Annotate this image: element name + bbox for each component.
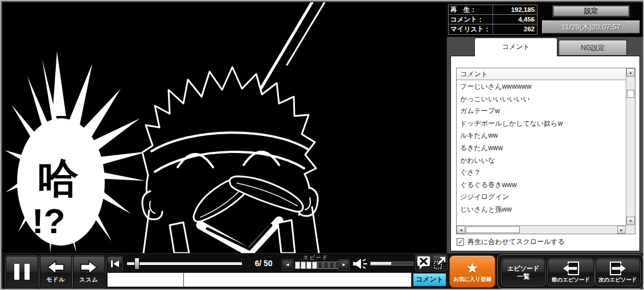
player-window: 哈 !? (0, 0, 644, 290)
episode-panel: エピソード 一覧 前のエピソード 次のエピソード (497, 254, 643, 289)
speaker-icon (352, 257, 369, 271)
comment-row[interactable]: ルキたんww (457, 130, 625, 142)
episode-list-button[interactable]: エピソード 一覧 (502, 259, 545, 285)
back-button[interactable]: モドル (40, 256, 72, 288)
comment-off-icon (417, 256, 430, 270)
burst-text-top: 哈 (38, 155, 79, 201)
autoscroll-label: 再生に合わせてスクロールする (467, 237, 565, 247)
burst-text-bottom: !? (32, 201, 65, 241)
comment-row[interactable]: かっこいいいいいいい (457, 93, 625, 106)
tab-ng-settings[interactable]: NG設定 (559, 40, 627, 56)
comments-label: コメント： (449, 15, 484, 24)
horizontal-scroll-thumb[interactable] (466, 226, 520, 233)
autoscroll-row: ✓ 再生に合わせてスクロールする (457, 237, 565, 247)
forward-button-label: ススム (79, 276, 99, 284)
scroll-up-button[interactable]: ▲ (626, 68, 635, 77)
speed-segment (323, 262, 329, 269)
speed-segment (318, 262, 323, 269)
speed-segment (306, 262, 311, 269)
scroll-left-button[interactable]: ◄ (457, 226, 465, 234)
comment-row[interactable]: ドッヂボールしかしてない奴らw (457, 118, 625, 130)
speed-segment (301, 262, 306, 269)
skip-to-start-button[interactable] (107, 256, 122, 271)
episode-list-line2: 一覧 (517, 272, 530, 280)
speed-increase-button[interactable]: ► (339, 260, 349, 270)
seek-thumb[interactable] (134, 258, 140, 270)
comment-submit-button[interactable]: コメント (412, 272, 447, 287)
comments-value: 4,456 (493, 15, 537, 24)
pause-icon (14, 264, 30, 280)
stat-row-views: 再 生： 192,185 (449, 5, 537, 15)
vertical-scroll-thumb[interactable] (627, 90, 634, 98)
prev-episode-icon (561, 261, 581, 276)
comment-row[interactable]: ぐるぐる巻きwww (457, 179, 625, 192)
settings-button[interactable]: 設定 (553, 6, 629, 16)
autoscroll-checkbox[interactable]: ✓ (457, 238, 464, 246)
views-label: 再 生： (449, 5, 477, 14)
page-indicator: 6/ 50 (247, 256, 280, 271)
star-icon: ★ (466, 260, 478, 275)
command-input[interactable] (107, 272, 184, 287)
arrow-left-icon (47, 260, 65, 275)
vertical-scrollbar[interactable]: ▲ ▼ (626, 68, 635, 225)
stats-table: 再 生： 192,185 コメント： 4,456 マイリスト： 262 (448, 5, 538, 35)
prev-episode-button[interactable]: 前のエピソード (548, 259, 594, 285)
speed-decrease-button[interactable]: ◄ (282, 260, 293, 270)
mylist-value: 262 (493, 24, 537, 34)
speed-segment (329, 262, 334, 269)
next-episode-button[interactable]: 次のエピソード (596, 259, 640, 285)
comment-row[interactable]: じいさんと孫ww (457, 204, 625, 216)
volume-control (351, 255, 416, 272)
speed-segment (312, 262, 317, 269)
tab-comment[interactable]: コメント (474, 38, 557, 56)
prev-episode-label: 前のエピソード (552, 276, 590, 284)
scroll-right-button[interactable]: ► (617, 226, 626, 234)
mylist-label: マイリスト： (449, 24, 490, 34)
back-button-label: モドル (46, 276, 65, 284)
manga-frame-art: 哈 !? (2, 2, 446, 253)
scroll-down-button[interactable]: ▼ (626, 217, 635, 225)
control-bar: モドル ススム 6/ 50 スピード ◄ ► (2, 253, 644, 289)
comment-row[interactable]: ガムテープw (457, 105, 625, 118)
comment-row[interactable]: フーじいさんwwwwww (457, 81, 625, 93)
expand-icon (433, 256, 446, 270)
stat-row-mylist: マイリスト： 262 (449, 24, 537, 34)
datetime-display: 11/29(木)20:07:57 (542, 20, 640, 34)
expand-button[interactable] (432, 255, 447, 271)
favorite-button-label: お気に入り登録 (453, 276, 491, 283)
volume-slider[interactable] (370, 262, 413, 266)
right-panel: 再 生： 192,185 コメント： 4,456 マイリスト： 262 設定 1… (446, 2, 643, 253)
hide-comments-button[interactable] (416, 255, 432, 271)
skip-start-icon (110, 259, 120, 268)
speed-segments[interactable] (295, 262, 340, 269)
comment-list-box: コメント フーじいさんwwwwwwかっこいいいいいいいガムテープwドッヂボールし… (456, 68, 635, 234)
episode-list-line1: エピソード (507, 264, 539, 272)
stat-row-comments: コメント： 4,456 (449, 15, 537, 24)
scrollbar-corner (626, 225, 635, 234)
comment-list: フーじいさんwwwwwwかっこいいいいいいいガムテープwドッヂボールしかしてない… (457, 81, 625, 225)
seek-slider[interactable] (124, 256, 245, 271)
comment-list-header: コメント (457, 68, 626, 80)
seek-track[interactable] (126, 262, 243, 266)
speed-control: スピード ◄ ► (282, 255, 349, 272)
check-icon: ✓ (458, 238, 463, 245)
horizontal-scrollbar[interactable]: ◄ ► (457, 225, 626, 234)
next-episode-icon (608, 261, 627, 276)
speed-segment (295, 262, 300, 269)
comment-row[interactable]: るきたんwww (457, 142, 625, 155)
comment-row[interactable]: ぐさ？ (457, 167, 625, 179)
stats-area: 再 生： 192,185 コメント： 4,456 マイリスト： 262 設定 1… (447, 2, 643, 37)
volume-fill (371, 262, 391, 265)
comment-panel: コメント フーじいさんwwwwwwかっこいいいいいいいガムテープwドッヂボールし… (450, 56, 640, 251)
comment-row[interactable]: ジジイログイン (457, 191, 625, 204)
views-value: 192,185 (493, 5, 537, 14)
arrow-right-icon (80, 260, 98, 275)
forward-button[interactable]: ススム (73, 256, 105, 288)
comment-row[interactable]: かわいいな (457, 155, 625, 167)
comment-input[interactable] (183, 272, 412, 287)
pause-button[interactable] (6, 256, 38, 288)
favorite-button[interactable]: ★ お気に入り登録 (449, 255, 495, 288)
video-canvas: 哈 !? (2, 2, 446, 253)
next-episode-label: 次のエピソード (598, 276, 637, 284)
